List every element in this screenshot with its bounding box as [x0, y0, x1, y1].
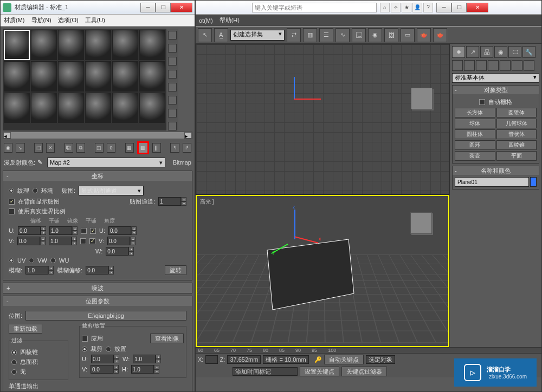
vw-radio[interactable] [29, 258, 34, 263]
rollout-header[interactable]: -名称和颜色 [453, 166, 539, 175]
menu-maxscript[interactable]: ot(M) [199, 17, 213, 24]
menu-tools[interactable]: 工具(U) [85, 16, 105, 24]
sphere-button[interactable]: 球体 [455, 119, 495, 128]
z-coord-field[interactable]: 37.652mm [227, 355, 261, 364]
mirror-icon[interactable]: ⇄ [287, 28, 301, 42]
minimize-button[interactable]: ─ [436, 3, 451, 12]
slot-scrollbar[interactable]: ◂▸ [3, 132, 192, 139]
teapot-icon[interactable]: 🫖 [417, 28, 431, 42]
none-radio[interactable] [11, 369, 17, 375]
viewcube[interactable] [410, 212, 432, 234]
view-image-button[interactable]: 查看图像 [150, 334, 184, 343]
user-icon[interactable]: 👤 [412, 3, 422, 12]
crop-radio[interactable] [82, 347, 87, 352]
unique-icon[interactable]: ⧉ [76, 143, 85, 153]
autogrid-checkbox[interactable] [479, 99, 485, 105]
background-icon[interactable] [168, 57, 177, 66]
autokey-button[interactable]: 自动关键点 [324, 355, 364, 364]
schematic-icon[interactable]: ⿺ [352, 28, 366, 42]
teapot2-icon[interactable]: 🫖 [433, 28, 447, 42]
hierarchy-tab[interactable]: 品 [480, 46, 493, 58]
preview-icon[interactable] [168, 96, 177, 104]
reload-button[interactable]: 重新加载 [9, 324, 42, 334]
cameras-icon[interactable] [488, 60, 499, 71]
selection-set-dropdown[interactable]: 创建选择集 [230, 30, 285, 41]
material-slot[interactable] [4, 93, 30, 123]
main-titlebar[interactable]: ⌂ ✧ ★ 👤 ? ─ ☐ ✕ [196, 1, 541, 15]
v-offset-spinner[interactable]: ▴▾ [17, 237, 46, 245]
systems-icon[interactable] [524, 60, 534, 71]
put-to-scene-icon[interactable]: ↘ [16, 143, 24, 153]
video-check-icon[interactable] [168, 83, 177, 92]
map-mode-dropdown[interactable]: 显式贴图通道 [79, 186, 144, 195]
tube-button[interactable]: 管状体 [496, 129, 537, 139]
minimize-button[interactable]: ─ [140, 3, 156, 12]
shapes-icon[interactable] [464, 60, 475, 71]
uv-tile-icon[interactable] [168, 70, 177, 79]
show-map-viewport-icon[interactable]: ▩ [137, 141, 149, 154]
u-tile-spinner[interactable]: ▴▾ [49, 226, 78, 235]
v-tile-spinner[interactable]: ▴▾ [49, 237, 77, 245]
put-library-icon[interactable]: ◫ [95, 143, 104, 153]
copy-icon[interactable]: ⿻ [64, 143, 73, 153]
timeline[interactable]: 60 65 70 75 80 85 90 95 100 [196, 348, 541, 354]
object-name-input[interactable] [455, 177, 529, 187]
display-tab[interactable]: 🖵 [508, 46, 521, 58]
pyramid-button[interactable]: 四棱锥 [496, 140, 537, 150]
lights-icon[interactable] [476, 60, 487, 71]
spacewarps-icon[interactable] [512, 60, 522, 71]
plane-object[interactable] [240, 218, 359, 326]
question-icon[interactable]: ? [423, 3, 433, 12]
material-slot[interactable] [58, 93, 84, 123]
map-name-dropdown[interactable]: Map #2 [47, 158, 165, 167]
setkey-button[interactable]: 设置关键点 [300, 367, 339, 376]
close-button[interactable]: ✕ [171, 3, 192, 12]
get-material-icon[interactable]: ◉ [4, 143, 12, 153]
blur-offset-spinner[interactable]: ▴▾ [86, 266, 114, 275]
keyfilter-button[interactable]: 关键点过滤器 [341, 367, 387, 376]
go-parent-icon[interactable]: ↰ [170, 143, 179, 153]
box-button[interactable]: 长方体 [455, 108, 495, 117]
u-angle-spinner[interactable]: ▴▾ [108, 226, 137, 235]
material-slot[interactable] [139, 30, 165, 60]
menu-options[interactable]: 选项(O) [58, 16, 79, 24]
star-icon[interactable]: ★ [402, 3, 411, 12]
sample-type-icon[interactable] [168, 31, 177, 40]
crop-w-spinner[interactable]: ▴▾ [133, 355, 161, 363]
crop-v-spinner[interactable]: ▴▾ [91, 365, 119, 374]
show-end-icon[interactable]: ‖| [152, 143, 161, 153]
curve-icon[interactable]: ∿ [335, 28, 350, 42]
info-icon[interactable]: ⌂ [380, 3, 390, 12]
go-forward-icon[interactable]: ↱ [183, 143, 191, 153]
create-tab[interactable]: ✹ [452, 46, 465, 58]
material-slot[interactable] [139, 61, 165, 92]
search-input[interactable] [252, 3, 377, 12]
material-slot[interactable] [85, 93, 111, 123]
menu-help[interactable]: 帮助(H) [220, 16, 240, 24]
u-tile-checkbox[interactable]: ✓ [90, 228, 96, 234]
plane-button[interactable]: 平面 [496, 151, 537, 161]
blur-spinner[interactable]: ▴▾ [25, 266, 54, 275]
environ-radio[interactable] [33, 188, 38, 193]
place-radio[interactable] [106, 347, 111, 352]
options-icon[interactable] [168, 109, 177, 117]
material-slot[interactable] [4, 30, 30, 60]
u-offset-spinner[interactable]: ▴▾ [18, 226, 46, 235]
category-dropdown[interactable]: 标准基本体 [452, 73, 539, 83]
rotate-button[interactable]: 旋转 [165, 265, 186, 275]
apply-checkbox[interactable] [82, 336, 88, 342]
v-tile-checkbox[interactable]: ✓ [89, 238, 95, 244]
help-icon[interactable]: ✧ [391, 3, 401, 12]
material-slot[interactable] [139, 93, 165, 123]
v-mirror-checkbox[interactable] [80, 238, 86, 244]
eyedropper-icon[interactable]: ✎ [37, 159, 45, 166]
backface-checkbox[interactable]: ✓ [9, 199, 15, 205]
x-coord-field[interactable] [205, 355, 217, 364]
backlight-icon[interactable] [168, 44, 177, 53]
crop-h-spinner[interactable]: ▴▾ [131, 365, 159, 374]
reset-icon[interactable]: ✕ [46, 143, 55, 153]
geosphere-button[interactable]: 几何球体 [496, 119, 537, 128]
uv-radio[interactable] [9, 258, 14, 263]
geometry-icon[interactable] [452, 60, 463, 71]
w-angle-spinner[interactable]: ▴▾ [106, 247, 134, 256]
